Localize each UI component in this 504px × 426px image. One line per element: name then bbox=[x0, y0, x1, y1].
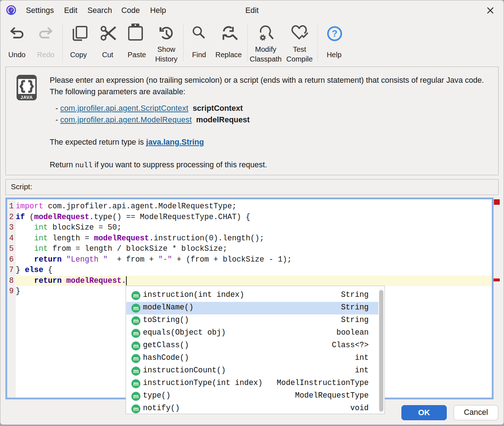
svg-text:JAVA: JAVA bbox=[21, 95, 33, 100]
svg-text:?: ? bbox=[332, 28, 338, 39]
